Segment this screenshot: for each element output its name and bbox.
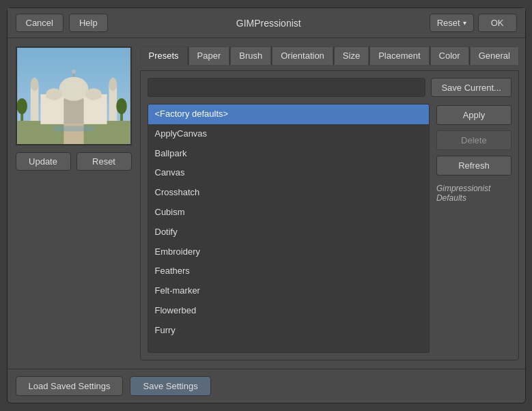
list-actions-row: <Factory defaults> ApplyCanvas Ballpark … [148,104,512,353]
chevron-down-icon: ▾ [463,19,466,27]
title-bar: Cancel Help GIMPressionist Reset ▾ OK [8,8,525,38]
update-button[interactable]: Update [16,152,71,171]
delete-button[interactable]: Delete [436,130,512,150]
help-button[interactable]: Help [69,14,108,32]
right-panel: Presets Paper Brush Orientation Size Pla… [140,46,519,360]
ok-button[interactable]: OK [478,14,517,32]
tab-paper[interactable]: Paper [188,46,230,65]
svg-rect-15 [46,94,61,98]
svg-point-13 [72,70,76,74]
svg-rect-11 [64,89,83,96]
list-item[interactable]: Furry [148,321,429,341]
main-content: Update Reset Presets Paper Brush Orienta… [8,38,525,369]
apply-button[interactable]: Apply [436,105,512,125]
bottom-bar: Load Saved Settings Save Settings [8,369,525,403]
reset-button[interactable]: Reset ▾ [430,14,474,32]
save-current-button[interactable]: Save Current... [431,78,511,97]
dialog: Cancel Help GIMPressionist Reset ▾ OK [7,8,526,403]
svg-point-7 [109,78,117,91]
svg-point-20 [17,98,27,114]
tab-brush[interactable]: Brush [230,46,271,65]
load-saved-button[interactable]: Load Saved Settings [16,376,124,396]
list-item[interactable]: Feathers [148,261,429,281]
svg-point-6 [30,78,38,91]
tab-content-presets: Save Current... <Factory defaults> Apply… [140,70,519,360]
tab-presets[interactable]: Presets [140,46,188,65]
name-row: Save Current... [148,78,512,97]
defaults-label: Gimpressionist Defaults [436,184,512,203]
save-settings-button[interactable]: Save Settings [130,376,210,396]
list-item[interactable]: Flowerbed [148,301,429,321]
list-item[interactable]: Canvas [148,163,429,183]
list-item[interactable]: Crosshatch [148,183,429,203]
list-item[interactable]: Embroidery [148,242,429,262]
preset-name-input[interactable] [148,78,426,97]
preset-list[interactable]: <Factory defaults> ApplyCanvas Ballpark … [148,104,430,353]
left-panel: Update Reset [16,46,132,360]
list-item[interactable]: Dotify [148,223,429,242]
list-item[interactable]: <Factory defaults> [148,104,429,124]
reset-label: Reset [437,18,460,28]
refresh-button[interactable]: Refresh [436,156,512,175]
actions-panel: Apply Delete Refresh Gimpressionist Defa… [436,104,512,353]
tabs: Presets Paper Brush Orientation Size Pla… [140,46,519,65]
preview-reset-button[interactable]: Reset [76,152,132,171]
list-item[interactable]: Cubism [148,203,429,223]
tab-color[interactable]: Color [430,46,469,65]
list-item[interactable]: Ballpark [148,144,429,164]
title-bar-left: Cancel Help [16,14,108,32]
tab-size[interactable]: Size [334,46,369,65]
preview-buttons: Update Reset [16,152,132,171]
svg-rect-17 [85,94,101,98]
cancel-button[interactable]: Cancel [16,14,64,32]
tab-placement[interactable]: Placement [369,46,429,65]
dialog-title: GIMPressionist [236,18,301,29]
svg-rect-18 [53,126,93,132]
svg-point-22 [116,98,127,114]
list-item[interactable]: ApplyCanvas [148,124,429,144]
preview-image [16,46,132,145]
list-item[interactable]: Felt-marker [148,281,429,301]
title-bar-right: Reset ▾ OK [430,14,517,32]
tab-orientation[interactable]: Orientation [272,46,333,65]
tab-general[interactable]: General [470,46,519,65]
